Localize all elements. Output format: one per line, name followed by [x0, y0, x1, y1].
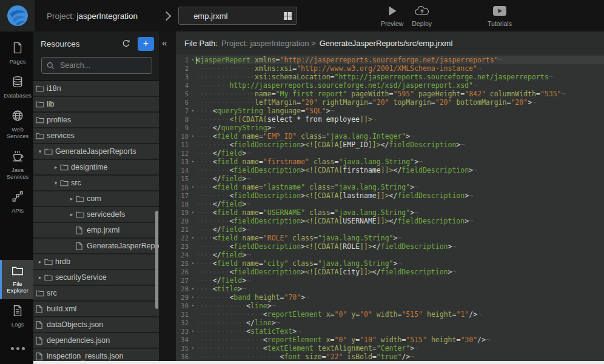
code-line-6[interactable]: 6··············leftMargin="20" rightMarg… [176, 98, 604, 107]
caret-right-icon[interactable]: ▸ [52, 164, 60, 170]
tree-item-profiles[interactable]: profiles [33, 113, 159, 127]
sidebar-item-more[interactable] [0, 333, 33, 364]
code-line-3[interactable]: 3··············xsi:schemaLocation="http:… [176, 73, 604, 81]
code-line-20[interactable]: 20········<fieldDescription><![CDATA[USE… [176, 217, 604, 225]
code-line-16[interactable]: 16▾····<field name="lastname" class="jav… [176, 183, 604, 191]
tree-item-emp-jrxml[interactable]: emp.jrxml [33, 223, 159, 237]
code-line-11[interactable]: 11········<fieldDescription><![CDATA[EMP… [176, 141, 604, 149]
code-line-17[interactable]: 17········<fieldDescription><![CDATA[las… [176, 191, 604, 200]
code-line-21[interactable]: 21····</field>¬ [176, 225, 604, 234]
resources-title: Resources [41, 39, 119, 48]
refresh-icon[interactable] [119, 37, 133, 50]
code-line-32[interactable]: 32············</line>¬ [176, 319, 604, 327]
fold-arrow-icon[interactable]: ▾ [189, 132, 194, 141]
code-line-2[interactable]: 2··············xmlns:xsi="http://www.w3.… [176, 64, 604, 73]
sidebar-item-label: FileExplorer [7, 280, 28, 294]
code-line-13[interactable]: 13▾····<field name="firstname" class="ja… [176, 157, 604, 166]
code-line-31[interactable]: 31················<reportElement x="0" y… [176, 310, 604, 319]
code-line-8[interactable]: 8········<![CDATA[select * from employee… [176, 115, 604, 124]
tree-item-lib[interactable]: lib [33, 97, 159, 111]
code-line-24[interactable]: 24····</field>¬ [176, 251, 604, 259]
sidebar-item-web-services[interactable]: WebServices [0, 104, 33, 145]
code-line-23[interactable]: 23········<fieldDescription><![CDATA[ROL… [176, 242, 604, 251]
tree-item-services[interactable]: services [33, 128, 159, 143]
tutorials-button[interactable]: Tutorials [488, 4, 512, 27]
code-line-28[interactable]: 28▾····<title>¬ [176, 285, 604, 293]
fold-arrow-icon[interactable]: ▾ [189, 183, 194, 191]
code-line-30[interactable]: 30▾············<line>¬ [176, 302, 604, 310]
code-editor[interactable]: 1▾<jasperReport xmlns="http://jasperrepo… [176, 55, 604, 364]
code-line-35[interactable]: 35▾················<textElement textAlig… [176, 344, 604, 352]
fold-arrow-icon[interactable]: ▾ [189, 259, 194, 268]
deploy-button[interactable]: Deploy [412, 4, 432, 27]
code-line-12[interactable]: 12····</field>¬ [176, 149, 604, 157]
sidebar-item-logs[interactable]: Logs [0, 299, 33, 333]
code-line-27[interactable]: 27····</field>¬ [176, 276, 604, 285]
tree-item-src[interactable]: src [33, 286, 159, 300]
caret-down-icon[interactable]: ▾ [36, 148, 44, 154]
code-line-33[interactable]: 33▾············<staticText>¬ [176, 327, 604, 336]
search-input[interactable] [59, 61, 146, 70]
code-line-18[interactable]: 18····</field>¬ [176, 200, 604, 208]
code-line-29[interactable]: 29▾········<band height="70">¬ [176, 293, 604, 302]
code-line-9[interactable]: 9····</queryString>¬ [176, 124, 604, 132]
tree-folder-icon [76, 195, 87, 202]
code-line-4[interactable]: 4········http://jasperreports.sourceforg… [176, 81, 604, 90]
caret-right-icon[interactable]: ▸ [67, 196, 76, 202]
tree-item-designtime[interactable]: ▸designtime [33, 160, 159, 174]
fold-arrow-icon[interactable]: ▾ [189, 285, 194, 293]
sidebar-item-file-explorer[interactable]: FileExplorer [0, 260, 33, 299]
tree-item-dependencies-json[interactable]: dependencies.json [33, 333, 159, 348]
fold-arrow-icon[interactable]: ▾ [189, 302, 194, 310]
preview-button[interactable]: Preview [381, 4, 403, 27]
tree-item-hrdb[interactable]: ▸hrdb [33, 254, 159, 269]
code-line-1[interactable]: 1▾<jasperReport xmlns="http://jasperrepo… [176, 56, 604, 64]
tree-item-i18n[interactable]: i18n [33, 81, 159, 96]
fold-arrow-icon[interactable]: ▾ [189, 344, 194, 352]
caret-down-icon[interactable]: ▾ [52, 180, 60, 186]
fold-arrow-icon[interactable]: ▾ [189, 107, 194, 115]
app-logo[interactable] [0, 0, 35, 31]
code-line-22[interactable]: 22▾····<field name="ROLE" class="java.la… [176, 234, 604, 242]
tree-item-com[interactable]: ▸com [33, 191, 159, 206]
add-resource-button[interactable]: + [138, 37, 154, 51]
fold-arrow-icon[interactable]: ▾ [189, 327, 194, 336]
code-line-26[interactable]: 26········<fieldDescription><![CDATA[cit… [176, 268, 604, 276]
fold-arrow-icon[interactable]: ▾ [189, 157, 194, 166]
code-line-36[interactable]: 36····················<font size="22" is… [176, 352, 604, 361]
line-number: 31 [176, 310, 189, 319]
sidebar-item-pages[interactable]: Pages [0, 36, 33, 70]
code-line-15[interactable]: 15····</field>¬ [176, 174, 604, 183]
tree-item-securityservice[interactable]: ▸securityService [33, 270, 159, 285]
tree-item-servicedefs[interactable]: ▸servicedefs [33, 207, 159, 222]
caret-right-icon[interactable]: ▸ [36, 259, 44, 265]
open-file-tab[interactable]: emp.jrxml [178, 7, 297, 25]
tree-item-dataobjects-json[interactable]: dataObjects.json [33, 317, 159, 332]
code-line-19[interactable]: 19▾····<field name="USERNAME" class="jav… [176, 208, 604, 217]
code-line-10[interactable]: 10▾····<field name="EMP_ID" class="java.… [176, 132, 604, 141]
fold-arrow-icon[interactable]: ▾ [189, 208, 194, 217]
fold-arrow-icon[interactable]: ▾ [189, 234, 194, 242]
eol-mark: ¬ [473, 166, 477, 174]
collapse-panel-icon[interactable]: « [162, 38, 167, 48]
sidebar-item-databases[interactable]: Databases [0, 70, 33, 104]
resources-scrollbar[interactable] [155, 211, 158, 309]
fold-arrow-icon[interactable]: ▾ [189, 293, 194, 302]
horizontal-scrollbar[interactable] [33, 361, 604, 364]
tree-item-src[interactable]: ▾src [33, 176, 159, 190]
sidebar-item-java-services[interactable]: JavaServices [0, 145, 33, 185]
sidebar-item-apis[interactable]: APIs [0, 185, 33, 219]
code-line-5[interactable]: 5··············name="My first report" pa… [176, 90, 604, 98]
caret-right-icon[interactable]: ▸ [36, 274, 44, 280]
code-line-25[interactable]: 25▾····<field name="city" class="java.la… [176, 259, 604, 268]
code-line-14[interactable]: 14········<fieldDescription><![CDATA[fir… [176, 166, 604, 174]
fold-arrow-icon[interactable]: ▾ [189, 56, 194, 64]
tree-item-generatejasperreports-s[interactable]: GenerateJasperReports.s [33, 239, 159, 253]
code-line-34[interactable]: 34················<reportElement x="0" y… [176, 336, 604, 344]
tree-item-build-xml[interactable]: build.xml [33, 302, 159, 316]
grid-icon[interactable] [284, 12, 292, 20]
code-line-7[interactable]: 7▾····<queryString language="SQL">¬ [176, 107, 604, 115]
caret-right-icon[interactable]: ▸ [67, 211, 76, 217]
tree-item-generatejasperreports[interactable]: ▾GenerateJasperReports [33, 144, 159, 159]
fold-none [189, 352, 194, 361]
